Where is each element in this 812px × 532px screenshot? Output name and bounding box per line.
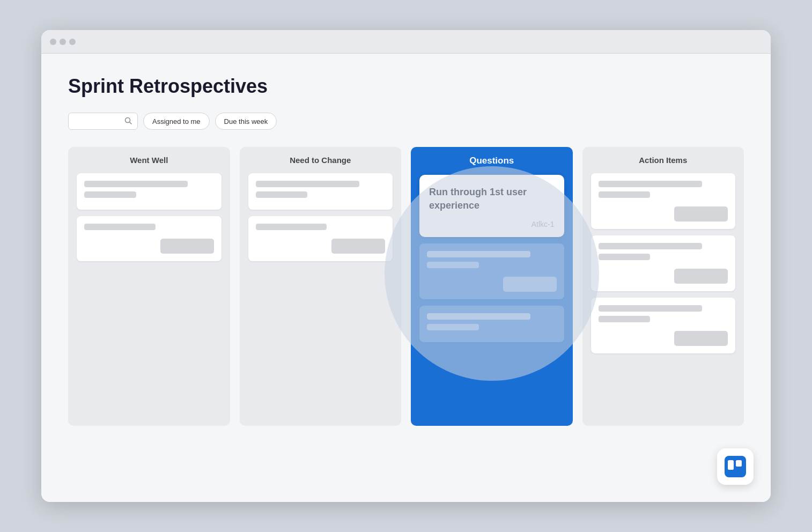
column-action-items-header: Action Items (591, 156, 736, 165)
card-line (599, 305, 702, 312)
browser-dots (50, 39, 76, 45)
trello-icon (725, 456, 746, 477)
search-box[interactable] (68, 113, 138, 130)
card (419, 243, 564, 299)
card-button[interactable] (160, 239, 214, 254)
browser-content: Sprint Retrospectives Assigned to me Due… (41, 54, 771, 502)
column-need-to-change: Need to Change (240, 147, 402, 426)
browser-titlebar (41, 30, 771, 54)
page-title: Sprint Retrospectives (68, 75, 744, 98)
card-line (599, 181, 702, 187)
column-questions: Questions Run through 1st user experienc… (411, 147, 573, 426)
dot-green (69, 39, 76, 45)
card-line (427, 313, 530, 320)
card-line (427, 324, 479, 330)
card-line (427, 251, 530, 257)
featured-card[interactable]: Run through 1st user experience Atlkc-1 (419, 175, 564, 237)
filter-bar: Assigned to me Due this week (68, 113, 744, 130)
column-action-items: Action Items (582, 147, 744, 426)
card-line (599, 316, 651, 322)
card (248, 173, 393, 210)
featured-card-id: Atlkc-1 (429, 220, 555, 228)
card (77, 216, 222, 261)
card-line (599, 254, 651, 260)
column-went-well: Went Well (68, 147, 230, 426)
card-button[interactable] (331, 239, 385, 254)
due-this-week-button[interactable]: Due this week (215, 113, 277, 130)
card-line (599, 243, 702, 249)
card (77, 173, 222, 210)
card (419, 306, 564, 342)
dot-yellow (60, 39, 66, 45)
search-icon (124, 117, 132, 126)
card-line (256, 181, 359, 187)
svg-rect-4 (736, 460, 742, 467)
card-button[interactable] (503, 277, 557, 292)
column-need-to-change-header: Need to Change (248, 156, 393, 165)
assigned-to-me-button[interactable]: Assigned to me (143, 113, 210, 130)
trello-logo-badge (717, 448, 754, 485)
browser-window: Sprint Retrospectives Assigned to me Due… (41, 30, 771, 502)
card-line (256, 191, 308, 198)
card-line (599, 191, 651, 198)
card-line (84, 181, 188, 187)
column-went-well-header: Went Well (77, 156, 222, 165)
featured-card-title: Run through 1st user experience (429, 186, 555, 212)
card (591, 235, 736, 291)
card (591, 173, 736, 229)
card-button[interactable] (674, 331, 728, 346)
svg-line-1 (130, 122, 132, 124)
card-line (84, 191, 136, 198)
card (591, 298, 736, 353)
svg-rect-3 (728, 460, 734, 470)
card-line (256, 224, 327, 230)
card-button[interactable] (674, 269, 728, 284)
column-questions-header: Questions (419, 156, 564, 166)
card (248, 216, 393, 261)
card-line (84, 224, 156, 230)
card-line (427, 262, 479, 268)
card-button[interactable] (674, 206, 728, 221)
board-container: Went Well Need to Change (68, 147, 744, 426)
dot-red (50, 39, 56, 45)
